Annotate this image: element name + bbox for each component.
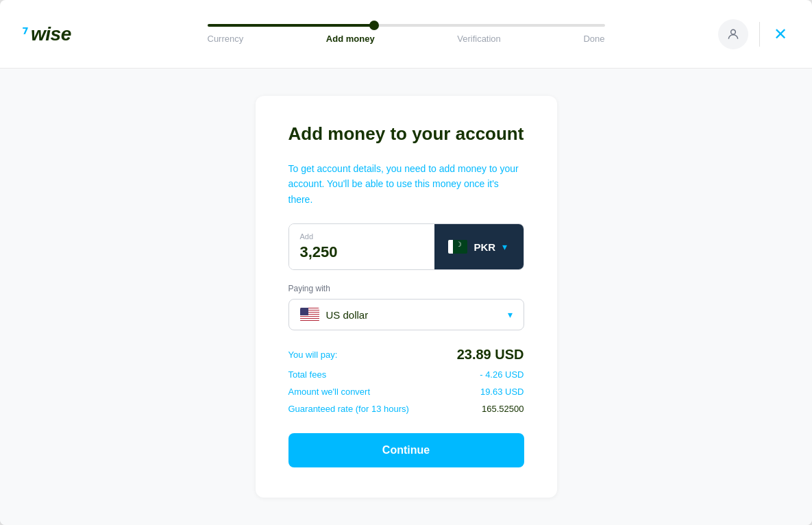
you-will-pay-label: You will pay: [288, 350, 338, 360]
you-will-pay-value: 23.89 USD [457, 347, 524, 363]
currency-selector-button[interactable]: PKR ▾ [434, 224, 524, 269]
app-window: ⁷ wise Currency Add money Verification D… [0, 0, 812, 525]
logo-icon: ⁷ [22, 27, 28, 42]
amount-convert-value: 19.63 USD [480, 387, 524, 397]
amount-row: Add 3,250 PKR ▾ [288, 223, 524, 270]
paying-currency-text: US dollar [326, 309, 369, 321]
step-verification: Verification [457, 34, 501, 44]
currency-chevron-icon: ▾ [502, 241, 507, 252]
amount-convert-label: Amount we'll convert [288, 387, 371, 397]
guaranteed-rate-value: 165.52500 [482, 404, 524, 414]
paying-left: US dollar [300, 308, 369, 321]
step-done: Done [583, 34, 604, 44]
you-will-pay-row: You will pay: 23.89 USD [288, 347, 524, 363]
pkr-flag-icon [448, 240, 467, 254]
amount-input-wrap: Add 3,250 [289, 224, 434, 269]
header-actions: ✕ [718, 19, 790, 49]
total-fees-value: - 4.26 USD [480, 369, 524, 380]
stepper-bar-fill [208, 24, 375, 27]
total-fees-row: Total fees - 4.26 USD [288, 369, 524, 380]
step-currency: Currency [208, 34, 244, 44]
page-title: Add money to your account [288, 123, 524, 145]
total-fees-label: Total fees [288, 369, 327, 380]
svg-point-0 [731, 29, 736, 34]
step-add-money: Add money [326, 34, 375, 44]
guaranteed-rate-label: Guaranteed rate (for 13 hours) [288, 404, 409, 414]
user-button[interactable] [718, 19, 748, 49]
card: Add money to your account To get account… [256, 96, 557, 498]
stepper: Currency Add money Verification Done [208, 24, 605, 44]
amount-value[interactable]: 3,250 [300, 243, 423, 261]
header-divider [759, 22, 760, 47]
description-text: To get account details, you need to add … [288, 161, 524, 207]
close-button[interactable]: ✕ [771, 23, 790, 45]
amount-label: Add [300, 232, 423, 241]
paying-with-label: Paying with [288, 284, 524, 293]
user-icon [726, 27, 740, 41]
stepper-labels: Currency Add money Verification Done [208, 34, 605, 44]
stepper-bar [208, 24, 605, 27]
continue-button[interactable]: Continue [288, 433, 524, 467]
header: ⁷ wise Currency Add money Verification D… [0, 0, 812, 69]
usd-flag-icon [300, 308, 319, 321]
paying-chevron-icon: ▾ [508, 309, 513, 320]
currency-code: PKR [474, 241, 496, 253]
main-content: Add money to your account To get account… [0, 69, 812, 525]
paying-with-selector[interactable]: US dollar ▾ [288, 299, 524, 330]
amount-convert-row: Amount we'll convert 19.63 USD [288, 387, 524, 397]
guaranteed-rate-row: Guaranteed rate (for 13 hours) 165.52500 [288, 404, 524, 414]
summary: You will pay: 23.89 USD Total fees - 4.2… [288, 347, 524, 414]
logo-text: wise [31, 23, 71, 45]
logo[interactable]: ⁷ wise [22, 23, 71, 45]
